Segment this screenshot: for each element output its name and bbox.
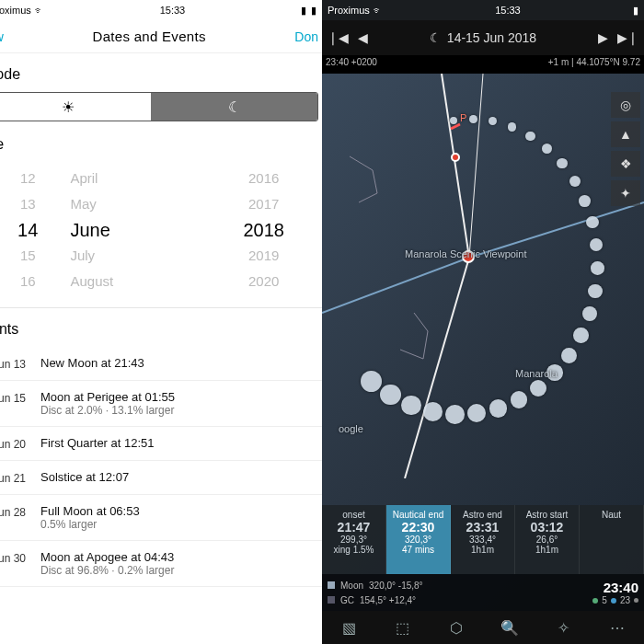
- month-wheel[interactable]: April May June July August: [63, 166, 211, 294]
- moon-position: [530, 380, 546, 397]
- event-row[interactable]: Jun 21 Solstice at 12:07: [0, 461, 322, 495]
- tool-terrain-icon[interactable]: ▲: [611, 121, 640, 147]
- event-date: Jun 28: [0, 504, 40, 519]
- events-header: vents: [0, 308, 322, 347]
- status-bar-right: Proximus ᯤ 15:33 ▮: [322, 0, 644, 20]
- twilight-card[interactable]: Astro end23:31333,4°1h1m: [451, 505, 515, 574]
- event-title: Moon at Perigee at 01:55Disc at 2.0% · 1…: [40, 390, 318, 417]
- event-title: New Moon at 21:43: [40, 356, 318, 370]
- prev-button[interactable]: ◀: [358, 30, 368, 45]
- status-bar-left: Proximus ᯤ 15:33 ▮▮: [0, 0, 322, 20]
- moon-position: [525, 132, 535, 141]
- moon-position: [542, 144, 552, 154]
- svg-line-3: [322, 258, 469, 313]
- tab-ar-icon[interactable]: ⬚: [375, 611, 429, 644]
- twilight-card[interactable]: Astro start03:1226,6°1h1m: [515, 505, 580, 574]
- moon-position: [380, 385, 400, 405]
- event-row[interactable]: Jun 13 New Moon at 21:43: [0, 347, 322, 381]
- event-title: Solstice at 12:07: [40, 470, 318, 484]
- moon-icon: ☾: [228, 98, 241, 116]
- year-wheel[interactable]: 2016 2017 2018 2019 2020: [211, 166, 316, 294]
- event-title: Full Moon at 06:530.5% larger: [40, 504, 318, 531]
- current-time: 23:40: [592, 580, 638, 595]
- event-row[interactable]: Jun 20 First Quarter at 12:51: [0, 427, 322, 461]
- tool-target-icon[interactable]: ◎: [611, 92, 640, 118]
- moon-position: [579, 195, 591, 207]
- date-picker[interactable]: 12 13 14 15 16 April May June July Augus…: [0, 162, 322, 308]
- nav-bar: ow Dates and Events Don: [0, 20, 322, 53]
- svg-line-0: [442, 74, 469, 258]
- data-strip: Moon 320,0° -15,8° GC 154,5° +12,4° 23:4…: [322, 574, 644, 611]
- svg-line-1: [469, 74, 483, 258]
- moon-position: [469, 115, 477, 123]
- moon-position: [573, 328, 588, 342]
- tab-search-icon[interactable]: 🔍: [483, 611, 536, 644]
- info-bar: 23:40 +0200 +1 m | 44.1075°N 9.72: [322, 55, 644, 74]
- date-nav: ❘◀ ◀ ☾ 14-15 Jun 2018 ▶ ▶❘: [322, 20, 644, 55]
- sun-icon: ☀: [62, 98, 75, 116]
- red-marker: [451, 153, 460, 162]
- done-button[interactable]: Don: [294, 29, 318, 44]
- moon-position: [401, 396, 421, 416]
- svg-line-2: [405, 258, 469, 478]
- tab-map-icon[interactable]: ▧: [322, 611, 375, 644]
- event-row[interactable]: Jun 15 Moon at Perigee at 01:55Disc at 2…: [0, 381, 322, 427]
- moon-position: [588, 284, 602, 298]
- mode-header: Mode: [0, 53, 322, 92]
- twilight-cards[interactable]: onset21:47299,3°xing 1.5%Nautical end22:…: [322, 505, 644, 574]
- moon-position: [423, 402, 443, 421]
- twilight-card[interactable]: Nautical end22:30320,3°47 mins: [386, 505, 451, 574]
- moon-position: [582, 306, 597, 321]
- back-button[interactable]: ow: [0, 29, 4, 44]
- first-button[interactable]: ❘◀: [328, 30, 349, 45]
- map-poi: oogle: [339, 423, 363, 434]
- event-title: First Quarter at 12:51: [40, 436, 318, 450]
- last-button[interactable]: ▶❘: [617, 30, 638, 45]
- twilight-card[interactable]: Naut: [580, 505, 644, 574]
- moon-position: [450, 117, 457, 124]
- page-title: Dates and Events: [93, 29, 206, 44]
- next-button[interactable]: ▶: [598, 30, 608, 45]
- tab-3d-icon[interactable]: ⬡: [430, 611, 483, 644]
- event-date: Jun 15: [0, 390, 40, 405]
- twilight-card[interactable]: onset21:47299,3°xing 1.5%: [322, 505, 386, 574]
- map-poi: P: [460, 112, 466, 123]
- event-date: Jun 30: [0, 550, 40, 565]
- wifi-icon: ᯤ: [34, 5, 44, 16]
- moon-position: [586, 216, 598, 228]
- bottom-tabs[interactable]: ▧ ⬚ ⬡ 🔍 ✧ ⋯: [322, 611, 644, 644]
- moon-position: [489, 399, 507, 417]
- event-title: Moon at Apogee at 04:43Disc at 96.8% · 0…: [40, 550, 318, 577]
- tool-strip: ◎ ▲ ❖ ✦: [611, 92, 642, 206]
- event-row[interactable]: Jun 30 Moon at Apogee at 04:43Disc at 96…: [0, 541, 322, 587]
- moon-mode[interactable]: ☾: [151, 93, 317, 121]
- moon-position: [569, 176, 581, 187]
- moon-icon: ☾: [430, 30, 442, 45]
- tool-layers-icon[interactable]: ❖: [611, 151, 640, 177]
- tab-scene-icon[interactable]: ✧: [536, 611, 590, 644]
- tool-satellite-icon[interactable]: ✦: [611, 180, 640, 206]
- moon-position: [591, 261, 604, 275]
- event-row[interactable]: Jun 28 Full Moon at 06:530.5% larger: [0, 495, 322, 541]
- moon-position: [561, 348, 577, 363]
- day-wheel[interactable]: 12 13 14 15 16: [0, 166, 63, 294]
- mode-segmented[interactable]: ☀ ☾: [0, 92, 318, 121]
- moon-position: [557, 158, 568, 169]
- tab-more-icon[interactable]: ⋯: [591, 611, 644, 644]
- map-poi: Manarola: [515, 368, 558, 379]
- map-poi: Manarola Scenic Viewpoint: [405, 248, 526, 259]
- date-label[interactable]: ☾ 14-15 Jun 2018: [430, 30, 536, 45]
- sun-mode[interactable]: ☀: [0, 93, 151, 121]
- date-header: ate: [0, 123, 322, 162]
- event-date: Jun 21: [0, 470, 40, 485]
- events-list: Jun 13 New Moon at 21:43Jun 15 Moon at P…: [0, 347, 322, 587]
- moon-position: [445, 405, 465, 424]
- event-date: Jun 20: [0, 436, 40, 451]
- moon-position: [361, 371, 382, 392]
- event-date: Jun 13: [0, 356, 40, 371]
